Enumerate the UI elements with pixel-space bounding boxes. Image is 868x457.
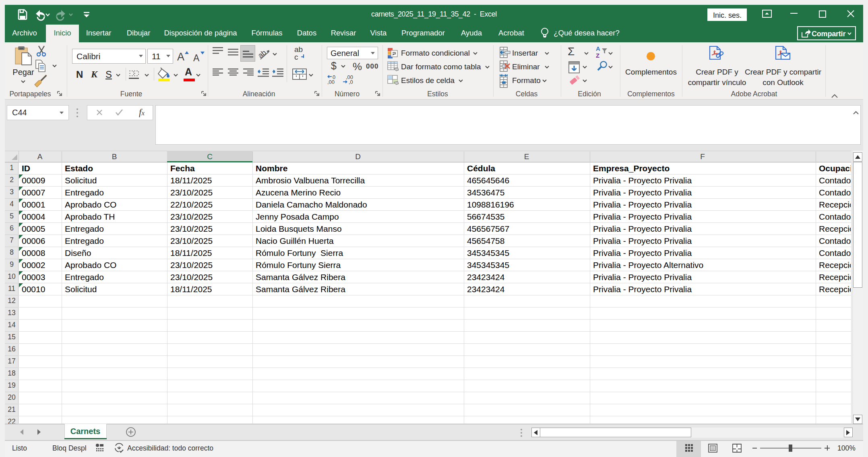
svg-text:,00: ,00 [327, 79, 335, 85]
svg-text:A: A [596, 45, 600, 52]
svg-text:ab: ab [294, 45, 303, 54]
svg-text:c: c [294, 53, 298, 61]
svg-text:,0: ,0 [349, 79, 353, 85]
svg-text:Z: Z [596, 52, 599, 59]
